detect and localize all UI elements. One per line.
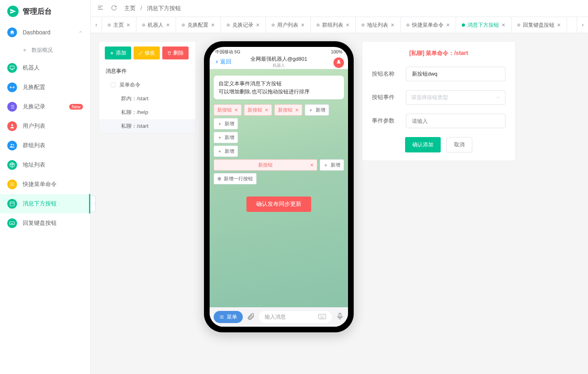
tab-dot-icon bbox=[182, 23, 185, 27]
chat-input[interactable]: 输入消息 bbox=[259, 311, 332, 323]
edit-button[interactable]: 修改 bbox=[134, 46, 160, 59]
sidebar-item-msg-buttons[interactable]: 消息下方按钮 bbox=[0, 194, 90, 213]
sidebar-item-exchange-config[interactable]: 兑换配置 bbox=[0, 78, 90, 97]
add-row-chip[interactable]: ⊕ 新增一行按钮 bbox=[214, 173, 257, 184]
tab[interactable]: 用户列表✕ bbox=[266, 17, 311, 33]
chip-remove-icon[interactable]: ✕ bbox=[234, 108, 238, 113]
tree-item[interactable]: 私聊：/start bbox=[99, 119, 195, 133]
tabs-scroll-left[interactable] bbox=[91, 17, 102, 33]
tab-close-icon[interactable]: ✕ bbox=[557, 22, 561, 28]
name-input-field[interactable] bbox=[411, 71, 500, 78]
tree-group[interactable]: 菜单命令 bbox=[99, 78, 195, 92]
phone-back-button[interactable]: 返回 bbox=[214, 58, 231, 66]
add-chip[interactable]: ＋ 新增 bbox=[214, 118, 238, 129]
chat-menu-button[interactable]: 菜单 bbox=[214, 311, 243, 323]
tab[interactable]: 回复键盘按钮✕ bbox=[512, 17, 567, 33]
tab[interactable]: 兑换配置✕ bbox=[176, 17, 221, 33]
tab[interactable]: 快捷菜单命令✕ bbox=[401, 17, 456, 33]
users-icon bbox=[7, 141, 17, 150]
name-input[interactable] bbox=[406, 67, 505, 81]
form-panel: [私聊] 菜单命令：/start 按钮名称 按钮事件 请选择按钮类型 事件参数 bbox=[362, 41, 516, 161]
tab[interactable]: 主页✕ bbox=[102, 17, 136, 33]
delete-button[interactable]: 删除 bbox=[162, 46, 189, 59]
param-label: 事件参数 bbox=[372, 117, 400, 125]
chat-input-placeholder: 输入消息 bbox=[265, 313, 286, 321]
list-icon bbox=[7, 102, 17, 112]
sidebar-item-exchange-record[interactable]: 兑换记录New bbox=[0, 97, 90, 116]
add-chip[interactable]: ＋ 新增 bbox=[305, 104, 329, 116]
add-chip-label: 新增 bbox=[225, 134, 234, 141]
button-row: 新按钮✕ ＋ 新增 bbox=[214, 159, 344, 171]
sidebar-item-label: 群组列表 bbox=[23, 142, 83, 149]
tab[interactable]: 群组列表✕ bbox=[311, 17, 356, 33]
add-chip[interactable]: ＋ 新增 bbox=[214, 146, 238, 157]
chip-remove-icon[interactable]: ✕ bbox=[310, 163, 314, 168]
sidebar-item-dashboard[interactable]: Dashboard bbox=[0, 23, 90, 42]
chip-remove-icon[interactable]: ✕ bbox=[295, 108, 299, 113]
chip-remove-icon[interactable]: ✕ bbox=[265, 108, 268, 113]
attach-icon[interactable] bbox=[247, 313, 255, 322]
tab-close-icon[interactable]: ✕ bbox=[211, 22, 215, 28]
tab-close-icon[interactable]: ✕ bbox=[166, 22, 170, 28]
sidebar-item-robots[interactable]: 机器人 bbox=[0, 58, 90, 78]
mic-icon[interactable] bbox=[336, 313, 344, 322]
add-button[interactable]: 添加 bbox=[105, 46, 131, 59]
sidebar-subitem[interactable]: 数据概况 bbox=[16, 42, 90, 58]
tab[interactable]: 地址列表✕ bbox=[356, 17, 401, 33]
param-input-field[interactable] bbox=[411, 118, 500, 125]
button-chip[interactable]: 新按钮✕ bbox=[274, 104, 302, 116]
tab-close-icon[interactable]: ✕ bbox=[256, 22, 260, 28]
phone-avatar-icon[interactable] bbox=[333, 57, 344, 68]
tab-close-icon[interactable]: ✕ bbox=[446, 22, 450, 28]
tab[interactable]: 兑换记录✕ bbox=[221, 17, 266, 33]
add-chip-label: 新增 bbox=[331, 162, 340, 169]
add-chip[interactable]: ＋ 新增 bbox=[320, 159, 344, 171]
tab-close-icon[interactable]: ✕ bbox=[391, 22, 395, 28]
keyboard-icon bbox=[7, 218, 17, 228]
tab[interactable]: 消息下方按钮✕ bbox=[456, 17, 512, 33]
box-icon bbox=[7, 160, 17, 170]
monitor-icon bbox=[7, 63, 17, 73]
sidebar-item-addresses[interactable]: 地址列表 bbox=[0, 155, 90, 175]
tree-root[interactable]: 消息事件 bbox=[99, 64, 195, 78]
sidebar-item-groups[interactable]: 群组列表 bbox=[0, 136, 90, 155]
button-chip-selected[interactable]: 新按钮✕ bbox=[214, 159, 317, 171]
content: ⋮⋮ 添加 修改 删除 消息事件 bbox=[91, 33, 588, 374]
swap-icon bbox=[7, 82, 17, 92]
event-select[interactable]: 请选择按钮类型 bbox=[406, 90, 505, 105]
tab-close-icon[interactable]: ✕ bbox=[346, 22, 350, 28]
chip-label: 新按钮 bbox=[248, 107, 262, 114]
tree-item[interactable]: 群内：/start bbox=[99, 92, 195, 106]
tab-label: 群组列表 bbox=[322, 21, 343, 29]
event-label: 按钮事件 bbox=[372, 94, 400, 101]
button-chip[interactable]: 新按钮✕ bbox=[214, 104, 242, 116]
panel-drag-handle[interactable]: ⋮⋮ bbox=[91, 196, 96, 212]
sidebar-item-reply-kbd[interactable]: 回复键盘按钮 bbox=[0, 213, 90, 233]
cancel-button[interactable]: 取消 bbox=[446, 137, 472, 152]
tab[interactable]: 机器人✕ bbox=[136, 17, 176, 33]
breadcrumb-home[interactable]: 主页 bbox=[124, 5, 136, 11]
menu-icon bbox=[7, 180, 17, 189]
button-chip[interactable]: 新按钮✕ bbox=[244, 104, 272, 116]
sidebar-item-shortcut[interactable]: 快捷菜单命令 bbox=[0, 175, 90, 194]
user-icon bbox=[7, 121, 17, 131]
sidebar-item-label: 地址列表 bbox=[23, 161, 83, 169]
tab-close-icon[interactable]: ✕ bbox=[501, 22, 505, 28]
tab-dot-icon bbox=[517, 23, 520, 27]
add-chip[interactable]: ＋ 新增 bbox=[214, 132, 238, 143]
tabs-scroll-right[interactable] bbox=[577, 17, 588, 33]
refresh-icon[interactable] bbox=[111, 5, 117, 12]
tree-item[interactable]: 私聊：/help bbox=[99, 106, 195, 119]
sidebar-item-users[interactable]: 用户列表 bbox=[0, 116, 90, 136]
confirm-button[interactable]: 确认添加 bbox=[405, 137, 441, 152]
tab-close-icon[interactable]: ✕ bbox=[301, 22, 305, 28]
tab-close-icon[interactable]: ✕ bbox=[126, 22, 130, 28]
param-input[interactable] bbox=[406, 114, 505, 128]
publish-button[interactable]: 确认发布同步更新 bbox=[246, 197, 311, 212]
chat-bubble: 自定义本事件消息下方按钮 可以增加删除,也可以拖动按钮进行排序 bbox=[214, 76, 344, 99]
sidebar-item-label: 消息下方按钮 bbox=[23, 200, 83, 207]
collapse-sidebar-icon[interactable] bbox=[97, 4, 104, 12]
main: 主页 / 消息下方按钮 主页✕机器人✕兑换配置✕兑换记录✕用户列表✕群组列表✕地… bbox=[91, 0, 588, 374]
keyboard-icon[interactable] bbox=[318, 314, 326, 321]
tree-checkbox[interactable] bbox=[110, 82, 115, 87]
